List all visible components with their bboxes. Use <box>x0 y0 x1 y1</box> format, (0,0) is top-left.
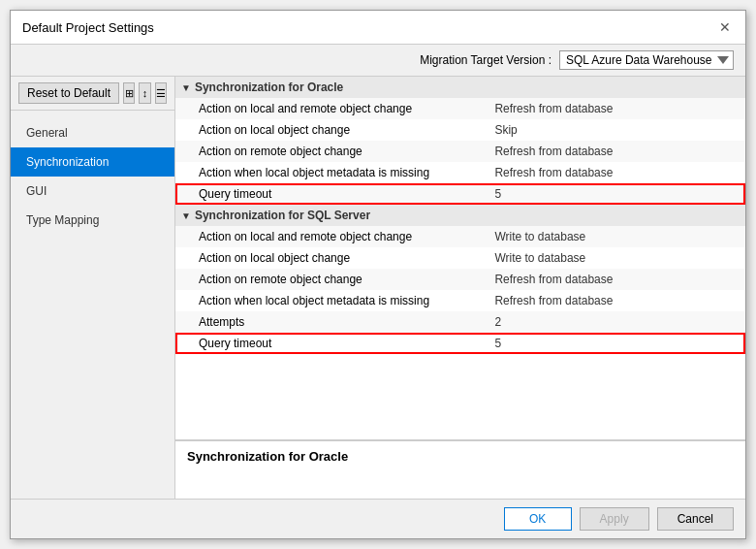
row-key: Action when local object metadata is mis… <box>175 290 488 311</box>
grid-icon[interactable]: ⊞ <box>123 82 135 104</box>
dialog-title: Default Project Settings <box>22 20 154 35</box>
table-row: Action on local and remote object change… <box>175 98 745 119</box>
title-bar: Default Project Settings ✕ <box>11 11 745 45</box>
migration-label: Migration Target Version : <box>420 53 551 67</box>
settings-table: ▼Synchronization for OracleAction on loc… <box>175 77 745 354</box>
ok-button[interactable]: OK <box>504 507 572 531</box>
nav-items: GeneralSynchronizationGUIType Mapping <box>11 111 174 499</box>
row-value: Refresh from database <box>488 269 745 290</box>
nav-item-type-mapping[interactable]: Type Mapping <box>11 206 174 235</box>
row-key: Action on remote object change <box>175 269 488 290</box>
row-key: Query timeout <box>175 183 488 205</box>
toolbar-row: Reset to Default ⊞ ↕ ☰ <box>11 77 174 111</box>
row-value: Refresh from database <box>488 98 745 119</box>
migration-bar: Migration Target Version : SQL Azure Dat… <box>11 45 745 77</box>
bottom-section-title: Synchronization for Oracle <box>187 449 734 464</box>
apply-button[interactable]: Apply <box>580 507 649 531</box>
row-key: Action on local object change <box>175 119 488 141</box>
row-value: Refresh from database <box>488 141 745 162</box>
table-row: Action on remote object changeRefresh fr… <box>175 141 745 162</box>
table-row: Attempts2 <box>175 311 745 333</box>
table-row: Action on local and remote object change… <box>175 226 745 247</box>
section-header-sqlserver-section[interactable]: ▼Synchronization for SQL Server <box>175 205 745 226</box>
row-key: Attempts <box>175 311 488 333</box>
table-row: Action on remote object changeRefresh fr… <box>175 269 745 290</box>
left-panel: Reset to Default ⊞ ↕ ☰ GeneralSynchroniz… <box>11 77 175 499</box>
table-row: Action when local object metadata is mis… <box>175 162 745 183</box>
row-value: Write to database <box>488 226 745 247</box>
row-value: 5 <box>488 183 745 205</box>
right-panel: ▼Synchronization for OracleAction on loc… <box>175 77 745 499</box>
content-area: Reset to Default ⊞ ↕ ☰ GeneralSynchroniz… <box>11 77 745 499</box>
section-header-oracle-section[interactable]: ▼Synchronization for Oracle <box>175 77 745 98</box>
row-key: Action on local and remote object change <box>175 226 488 247</box>
dialog: Default Project Settings ✕ Migration Tar… <box>10 10 746 539</box>
footer: OK Apply Cancel <box>11 499 745 538</box>
close-button[interactable]: ✕ <box>716 18 734 36</box>
table-row[interactable]: Query timeout5 <box>175 183 745 205</box>
row-key: Action when local object metadata is mis… <box>175 162 488 183</box>
nav-item-synchronization[interactable]: Synchronization <box>11 147 174 177</box>
list-icon[interactable]: ☰ <box>155 82 167 104</box>
row-value: 5 <box>488 333 745 354</box>
table-row: Action on local object changeWrite to da… <box>175 247 745 269</box>
row-key: Action on local and remote object change <box>175 98 488 119</box>
cancel-button[interactable]: Cancel <box>657 507 734 531</box>
row-key: Action on local object change <box>175 247 488 269</box>
table-row: Action when local object metadata is mis… <box>175 290 745 311</box>
sort-icon[interactable]: ↕ <box>139 82 150 104</box>
nav-item-general[interactable]: General <box>11 118 174 147</box>
row-value: Write to database <box>488 247 745 269</box>
row-key: Action on remote object change <box>175 141 488 162</box>
row-value: 2 <box>488 311 745 333</box>
row-value: Refresh from database <box>488 162 745 183</box>
nav-item-gui[interactable]: GUI <box>11 177 174 206</box>
row-value: Refresh from database <box>488 290 745 311</box>
tree-area: ▼Synchronization for OracleAction on loc… <box>175 77 745 440</box>
migration-target-select[interactable]: SQL Azure Data WarehouseSQL Server 2016S… <box>559 50 734 70</box>
table-row: Action on local object changeSkip <box>175 119 745 141</box>
row-key: Query timeout <box>175 333 488 354</box>
row-value: Skip <box>488 119 745 141</box>
table-row[interactable]: Query timeout5 <box>175 333 745 354</box>
reset-button[interactable]: Reset to Default <box>18 82 119 104</box>
bottom-section: Synchronization for Oracle <box>175 440 745 499</box>
